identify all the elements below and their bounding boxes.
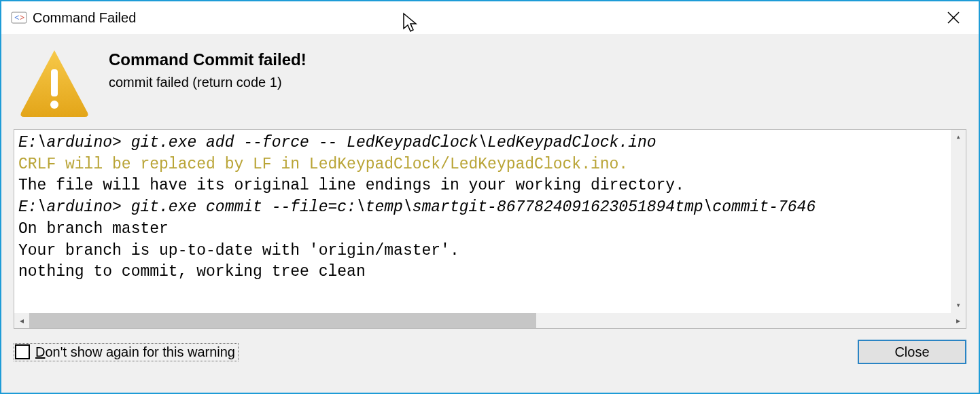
title-bar: < > Command Failed <box>1 1 979 34</box>
console-line: The file will have its original line end… <box>18 175 962 197</box>
scroll-down-arrow-icon[interactable]: ▾ <box>951 298 966 313</box>
vertical-scroll-track[interactable] <box>951 145 966 298</box>
scroll-left-arrow-icon[interactable]: ◂ <box>14 313 29 328</box>
dont-show-again-checkbox[interactable]: Don't show again for this warning <box>14 343 239 361</box>
window-title: Command Failed <box>33 10 136 26</box>
console-line: Your branch is up-to-date with 'origin/m… <box>18 240 962 262</box>
console-panel: E:\arduino> git.exe add --force -- LedKe… <box>14 129 966 329</box>
warning-icon <box>14 46 95 121</box>
svg-text:<: < <box>14 12 19 22</box>
console-output[interactable]: E:\arduino> git.exe add --force -- LedKe… <box>14 130 966 313</box>
checkbox-label: Don't show again for this warning <box>35 344 235 360</box>
scroll-up-arrow-icon[interactable]: ▴ <box>951 130 966 145</box>
console-line: E:\arduino> git.exe add --force -- LedKe… <box>18 132 962 154</box>
horizontal-scroll-track[interactable] <box>29 313 951 328</box>
console-line: CRLF will be replaced by LF in LedKeypad… <box>18 154 962 176</box>
mouse-cursor-icon <box>402 12 419 34</box>
app-icon: < > <box>11 10 27 26</box>
scroll-right-arrow-icon[interactable]: ▸ <box>951 313 966 328</box>
svg-point-6 <box>50 101 58 109</box>
close-icon <box>947 12 960 24</box>
checkbox-box-icon[interactable] <box>15 344 30 359</box>
header-text: Command Commit failed! commit failed (re… <box>95 46 307 90</box>
close-button[interactable]: Close <box>858 340 966 364</box>
horizontal-scroll-thumb[interactable] <box>29 313 536 328</box>
dialog-content: Command Commit failed! commit failed (re… <box>1 34 979 393</box>
vertical-scrollbar[interactable]: ▴ ▾ <box>951 130 966 313</box>
console-line: On branch master <box>18 219 962 240</box>
error-subtitle: commit failed (return code 1) <box>109 75 307 90</box>
console-line: nothing to commit, working tree clean <box>18 262 962 283</box>
svg-text:>: > <box>20 12 24 22</box>
console-line: E:\arduino> git.exe commit --file=c:\tem… <box>18 197 962 219</box>
error-title: Command Commit failed! <box>109 50 307 69</box>
dialog-window: < > Command Failed <box>0 0 980 394</box>
svg-rect-5 <box>51 69 58 96</box>
window-close-button[interactable] <box>938 7 969 29</box>
footer-row: Don't show again for this warning Close <box>14 329 966 364</box>
horizontal-scrollbar[interactable]: ◂ ▸ <box>14 313 966 328</box>
header-row: Command Commit failed! commit failed (re… <box>14 34 966 129</box>
